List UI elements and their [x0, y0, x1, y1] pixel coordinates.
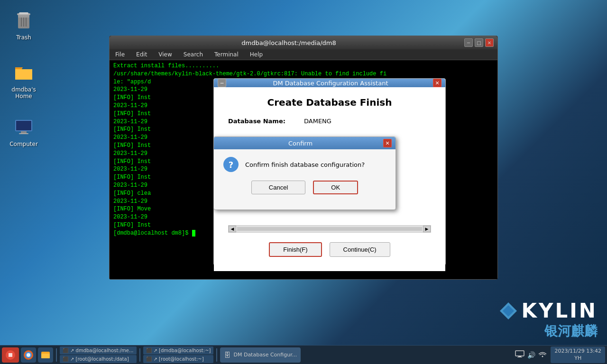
taskbar-firefox-icon[interactable]: [21, 347, 36, 363]
cancel-button[interactable]: Cancel: [251, 181, 305, 194]
svg-point-32: [542, 356, 543, 357]
taskbar-app-dm[interactable]: 🗄 DM Database Configur...: [220, 347, 301, 363]
start-button[interactable]: [2, 347, 19, 363]
taskbar-app-terminal1[interactable]: ⬛ ↗ dmdba@localhost:/me...: [60, 346, 137, 355]
dm-config-titlebar: ─ DM Database Configuration Assistant ✕: [214, 79, 445, 87]
dm-field-dbname-value: DAMENG: [304, 118, 331, 125]
confirm-titlebar: Confirm ✕: [214, 137, 395, 149]
taskbar-app-root2[interactable]: ⬛ ↗ [root@localhost:~]: [143, 355, 214, 363]
taskbar-date: 2023/11/29 13:42: [554, 348, 601, 355]
confirm-buttons: Cancel OK: [223, 181, 386, 194]
confirm-body: ? Confirm finish database configuration?…: [214, 149, 395, 209]
taskbar-terminal-group: ⬛ ↗ dmdba@localhost:/me... ⬛ ↗ [root@loc…: [60, 346, 137, 364]
taskbar: ⬛ ↗ dmdba@localhost:/me... ⬛ ↗ [root@loc…: [0, 345, 607, 364]
taskbar-dm-label: DM Database Configur...: [233, 352, 297, 358]
taskbar-screen-icon[interactable]: [515, 350, 524, 359]
desktop-icon-trash[interactable]: Trash: [5, 7, 43, 43]
dm-buttons: Finish(F) Continue(C): [228, 242, 431, 262]
svg-rect-10: [16, 121, 31, 130]
terminal1-icon: ⬛: [63, 348, 68, 353]
svg-rect-29: [515, 351, 524, 356]
taskbar-app-root1[interactable]: ⬛ ↗ [root@localhost:/data]: [60, 355, 137, 363]
taskbar-root1-label: ↗ [root@localhost:/data]: [70, 356, 129, 362]
finish-button[interactable]: Finish(F): [269, 242, 322, 257]
root2-icon: ⬛: [146, 356, 152, 362]
dm-field-dbname-label: Database Name:: [228, 118, 304, 125]
folder-icon: [12, 62, 35, 84]
dm-minimize-btn[interactable]: ─: [218, 79, 226, 87]
desktop-icon-home[interactable]: dmdba'sHome: [5, 59, 43, 102]
kylin-logo: KYLIN 银河麒麟: [499, 299, 598, 340]
terminal-menu-terminal[interactable]: Terminal: [209, 49, 244, 60]
confirm-message: Confirm finish database configuration?: [245, 161, 365, 168]
confirm-question-icon: ?: [223, 157, 239, 172]
terminal-menubar: File Edit View Search Terminal Help: [110, 49, 497, 60]
taskbar-separator3: [216, 348, 217, 362]
terminal-menu-file[interactable]: File: [110, 49, 130, 60]
trash-icon: [12, 9, 35, 32]
taskbar-tray: 🔊: [515, 350, 547, 359]
terminal-minimize-btn[interactable]: ─: [464, 38, 473, 47]
taskbar-root2-label: ↗ [root@localhost:~]: [154, 356, 204, 362]
kylin-diamond-icon: [499, 301, 518, 320]
svg-rect-6: [18, 15, 29, 18]
svg-rect-7: [15, 69, 32, 80]
taskbar-separator: [56, 348, 57, 362]
trash-label: Trash: [16, 34, 31, 41]
taskbar-files-icon[interactable]: [38, 347, 53, 363]
home-label: dmdba'sHome: [11, 86, 36, 100]
continue-button[interactable]: Continue(C): [330, 242, 390, 257]
taskbar-app-terminal2[interactable]: ⬛ ↗ [dmdba@localhost:~]: [143, 346, 214, 355]
taskbar-separator2: [139, 348, 140, 362]
root1-icon: ⬛: [63, 356, 68, 362]
terminal-menu-search[interactable]: Search: [178, 49, 209, 60]
dm-scrollbar[interactable]: ◀ ▶: [228, 225, 431, 233]
svg-rect-12: [19, 133, 28, 134]
terminal-maximize-btn[interactable]: □: [475, 38, 483, 47]
terminal-titlebar: dmdba@localhost:/media/dm8 ─ □ ✕: [110, 36, 497, 49]
terminal-controls: ─ □ ✕: [464, 38, 494, 47]
taskbar-network-icon[interactable]: [538, 351, 547, 359]
svg-rect-28: [41, 354, 50, 358]
terminal-menu-view[interactable]: View: [153, 49, 177, 60]
dm-app-icon: 🗄: [224, 351, 230, 359]
kylin-cn-text: 银河麒麟: [499, 322, 598, 340]
dm-scroll-left[interactable]: ◀: [229, 226, 236, 232]
desktop-icon-computer[interactable]: Computer: [5, 114, 43, 150]
terminal-title: dmdba@localhost:/media/dm8: [113, 39, 464, 46]
taskbar-datetime[interactable]: 2023/11/29 13:42 YH: [551, 346, 605, 363]
dm-main-title: Create Database Finish: [228, 97, 431, 108]
computer-label: Computer: [9, 141, 38, 147]
dm-config-title: DM Database Configuration Assistant: [228, 80, 433, 87]
svg-rect-31: [517, 357, 522, 357]
computer-icon: [12, 116, 35, 139]
svg-rect-1: [19, 12, 28, 14]
ok-button[interactable]: OK: [313, 181, 358, 194]
terminal-menu-edit[interactable]: Edit: [130, 49, 153, 60]
svg-point-26: [27, 353, 30, 357]
start-icon: [5, 349, 16, 361]
taskbar-volume-icon[interactable]: 🔊: [527, 351, 535, 359]
dm-scroll-track[interactable]: [237, 227, 422, 231]
svg-rect-30: [518, 356, 521, 357]
terminal2-icon: ⬛: [146, 348, 152, 353]
taskbar-tz: YH: [554, 355, 601, 362]
dm-scroll-right[interactable]: ▶: [423, 226, 431, 232]
svg-rect-11: [21, 131, 27, 133]
terminal-close-btn[interactable]: ✕: [485, 38, 494, 47]
taskbar-right: 🔊 2023/11/29 13:42 YH: [515, 346, 605, 363]
confirm-close-btn[interactable]: ✕: [383, 139, 392, 147]
kylin-en-text: KYLIN: [522, 299, 598, 322]
dm-close-btn[interactable]: ✕: [433, 79, 441, 87]
confirm-title: Confirm: [218, 140, 383, 147]
terminal-menu-help[interactable]: Help: [244, 49, 268, 60]
taskbar-terminal-group2: ⬛ ↗ [dmdba@localhost:~] ⬛ ↗ [root@localh…: [143, 346, 214, 364]
taskbar-terminal1-label: ↗ dmdba@localhost:/me...: [70, 348, 134, 353]
dm-field-dbname: Database Name: DAMENG: [228, 118, 431, 125]
confirm-message-row: ? Confirm finish database configuration?: [223, 157, 386, 172]
confirm-dialog: Confirm ✕ ? Confirm finish database conf…: [213, 136, 396, 210]
taskbar-terminal2-label: ↗ [dmdba@localhost:~]: [154, 348, 211, 353]
